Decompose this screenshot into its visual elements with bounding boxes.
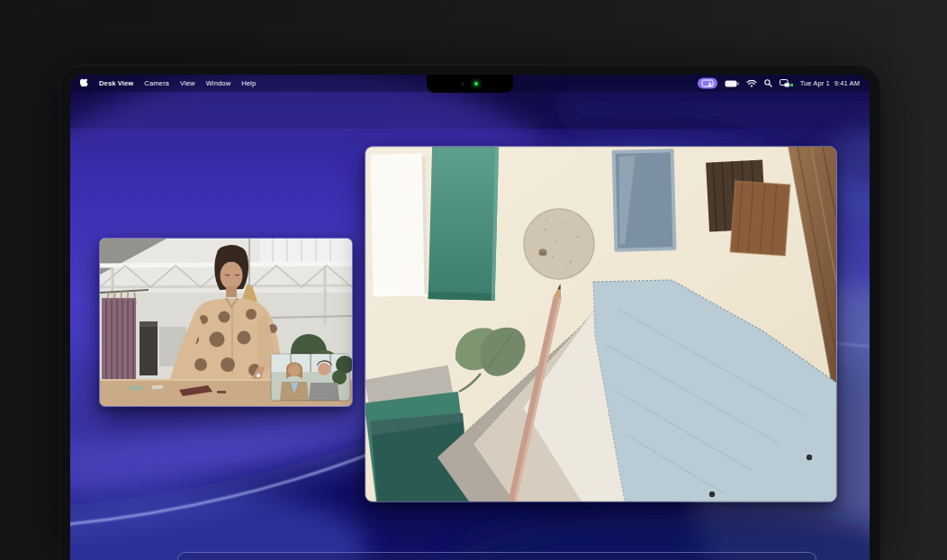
menu-bar-clock[interactable]: Tue Apr 1 9:41 AM [800, 79, 860, 87]
battery-icon[interactable] [725, 80, 739, 87]
background-window-edge[interactable] [177, 552, 816, 560]
spotlight-search-icon[interactable] [764, 79, 772, 87]
camera-active-indicator [790, 83, 793, 86]
white-sample-sheet [371, 153, 428, 296]
screen-mirroring-icon[interactable] [780, 79, 793, 88]
fabric-rivet [709, 492, 715, 497]
ring [257, 374, 260, 377]
screen-sharing-pill[interactable] [698, 77, 717, 89]
facetime-video [100, 239, 352, 406]
display-notch [427, 75, 513, 93]
fabric-rivet [807, 455, 812, 460]
macbook-frame: Desk View Camera View Window Help [59, 65, 880, 560]
menu-view[interactable]: View [180, 79, 195, 87]
status-items: Tue Apr 1 9:41 AM [698, 77, 860, 89]
menu-camera[interactable]: Camera [144, 79, 169, 87]
apple-logo-icon[interactable] [80, 78, 88, 88]
desk-view-feed [365, 147, 836, 501]
desktop-backdrop: Desk View Camera View Window Help [0, 0, 947, 560]
pip-self-view[interactable] [271, 354, 352, 401]
desk-view-window[interactable] [365, 146, 837, 502]
facetime-call-window[interactable] [99, 238, 353, 407]
clock-time: 9:41 AM [834, 79, 860, 87]
menu-desk-view[interactable]: Desk View [99, 79, 133, 87]
blue-gray-tile [612, 149, 677, 252]
camera-lens-icon [461, 82, 464, 86]
menu-window[interactable]: Window [206, 79, 231, 87]
macbook-display: Desk View Camera View Window Help [70, 75, 870, 560]
wifi-icon[interactable] [746, 79, 757, 87]
app-menus: Desk View Camera View Window Help [80, 78, 256, 88]
camera-led-icon [474, 82, 478, 86]
menu-help[interactable]: Help [241, 79, 256, 87]
felt-disc [524, 209, 594, 279]
clock-date: Tue Apr 1 [800, 79, 830, 87]
teal-tile [428, 147, 500, 301]
brown-wood-sample [730, 181, 789, 256]
